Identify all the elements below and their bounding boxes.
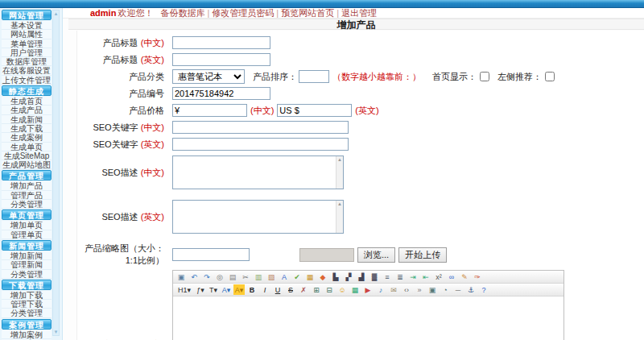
- sidebar-section-header[interactable]: 案例管理: [2, 319, 52, 330]
- sidebar-item[interactable]: 增加下载: [2, 291, 52, 300]
- anchor-icon[interactable]: ⚓: [465, 284, 477, 295]
- sound-icon[interactable]: ♪: [375, 284, 386, 295]
- remove-format-icon[interactable]: ✗: [298, 284, 309, 295]
- seo-desc-en-textarea[interactable]: [172, 200, 344, 234]
- sidebar-item[interactable]: 增加新闻: [2, 251, 52, 260]
- category-select[interactable]: 惠普笔记本: [172, 69, 245, 84]
- sidebar-item[interactable]: 网站属性: [2, 30, 52, 39]
- pencil-icon[interactable]: ✎: [459, 272, 470, 282]
- italic-icon[interactable]: I: [259, 284, 270, 295]
- price-cn-input[interactable]: [172, 104, 247, 117]
- textarea-scrollbar[interactable]: ▲: [336, 201, 343, 233]
- fontsize-select[interactable]: T▾: [208, 284, 219, 295]
- align-justify-icon[interactable]: ▓: [369, 272, 380, 282]
- image-small-icon[interactable]: ▦: [304, 272, 316, 282]
- sidebar-item[interactable]: 分类管理: [2, 270, 52, 279]
- sidebar-item[interactable]: 数据库管理: [2, 57, 52, 66]
- sidebar-item[interactable]: 生成首页: [2, 97, 52, 106]
- product-number-input[interactable]: [172, 87, 270, 100]
- sidebar-item[interactable]: 在线客服设置: [2, 66, 52, 75]
- undo-icon[interactable]: ↶: [188, 272, 200, 282]
- sidebar-item[interactable]: 增加案例: [2, 330, 52, 339]
- sidebar-scrollbar[interactable]: ▲ ▼: [52, 10, 60, 336]
- topbar-link[interactable]: 备份数据库: [160, 8, 204, 18]
- sidebar-item[interactable]: 生成产品: [2, 106, 52, 114]
- product-title-cn-input[interactable]: [172, 36, 270, 49]
- backcolor-icon[interactable]: A▾: [233, 284, 245, 295]
- home-show-checkbox[interactable]: [480, 72, 489, 81]
- sidebar-item[interactable]: 用户管理: [2, 48, 52, 57]
- date-icon[interactable]: ▣: [427, 284, 438, 295]
- ordered-list-icon[interactable]: ≡: [382, 272, 393, 282]
- topbar-link[interactable]: 退出管理: [341, 8, 377, 18]
- spellcheck-icon[interactable]: ✔: [291, 272, 303, 282]
- code-icon[interactable]: ‹›: [401, 284, 412, 295]
- align-center-icon[interactable]: ▞: [343, 272, 354, 282]
- thumbnail-path-input[interactable]: [172, 248, 250, 261]
- sort-input[interactable]: [299, 70, 329, 83]
- sidebar-item[interactable]: 增加单页: [2, 221, 52, 230]
- sidebar-item[interactable]: 分类管理: [2, 200, 52, 209]
- time-icon[interactable]: ◔: [440, 284, 451, 295]
- sidebar-item[interactable]: 管理单页: [2, 230, 52, 239]
- browse-button[interactable]: 浏览...: [357, 247, 395, 263]
- find-icon[interactable]: ◎: [214, 272, 225, 282]
- emoticon-icon[interactable]: ☺: [336, 284, 348, 295]
- scroll-up-icon[interactable]: ▲: [53, 10, 59, 17]
- movie-icon[interactable]: ▶: [362, 284, 374, 295]
- textarea-scrollbar[interactable]: ▲: [336, 156, 343, 189]
- copy-icon[interactable]: ▥: [253, 272, 264, 282]
- table-cell-icon[interactable]: ⊟: [324, 284, 335, 295]
- seo-desc-cn-textarea[interactable]: [172, 155, 344, 189]
- indent-icon[interactable]: ⇥: [407, 272, 419, 282]
- sidebar-item[interactable]: 菜单管理: [2, 39, 52, 48]
- left-recommend-checkbox[interactable]: [545, 72, 555, 81]
- sidebar-section-header[interactable]: 下载管理: [2, 280, 52, 290]
- superscript-icon[interactable]: x²: [433, 272, 444, 282]
- topbar-link[interactable]: 预览网站首页: [281, 8, 334, 18]
- sidebar-item[interactable]: 增加产品: [2, 181, 52, 190]
- link-icon[interactable]: ∞: [446, 272, 457, 282]
- source-icon[interactable]: ▣: [175, 272, 187, 282]
- product-title-en-input[interactable]: [172, 53, 270, 66]
- sidebar-item[interactable]: 基本设置: [2, 21, 52, 30]
- align-left-icon[interactable]: ▙: [330, 272, 341, 282]
- outdent-icon[interactable]: ⇤: [420, 272, 431, 282]
- image-icon[interactable]: ▦: [349, 284, 361, 295]
- attach-file-icon[interactable]: ✉: [388, 284, 399, 295]
- sidebar-section-header[interactable]: 单页管理: [2, 209, 52, 220]
- brush-icon[interactable]: ✑: [472, 272, 483, 282]
- quote-icon[interactable]: »: [414, 284, 425, 295]
- sidebar-item[interactable]: 生成网站地图: [2, 160, 52, 169]
- sidebar-item[interactable]: 生成下载: [2, 124, 52, 133]
- strikethrough-icon[interactable]: S: [285, 284, 296, 295]
- select-all-icon[interactable]: A: [279, 272, 290, 282]
- sidebar-section-header[interactable]: 静态生成: [2, 85, 52, 96]
- print-icon[interactable]: ▤: [227, 272, 238, 282]
- seo-keyword-en-input[interactable]: [172, 138, 349, 151]
- cut-icon[interactable]: ✂: [240, 272, 251, 282]
- sidebar-section-header[interactable]: 产品管理: [2, 170, 52, 180]
- sidebar-item[interactable]: 分类管理: [2, 309, 52, 317]
- unordered-list-icon[interactable]: ≣: [394, 272, 406, 282]
- sidebar-item[interactable]: 生成单页: [2, 143, 52, 151]
- sidebar-item[interactable]: 管理新闻: [2, 260, 52, 269]
- redo-icon[interactable]: ↷: [201, 272, 213, 282]
- scroll-down-icon[interactable]: ▼: [53, 329, 59, 335]
- bold-icon[interactable]: B: [246, 284, 258, 295]
- forecolor-icon[interactable]: A▾: [221, 284, 232, 295]
- sidebar-item[interactable]: 上传文件管理: [2, 76, 52, 85]
- align-right-icon[interactable]: ▟: [356, 272, 367, 282]
- seo-keyword-cn-input[interactable]: [172, 121, 349, 134]
- hr-icon[interactable]: ─: [452, 284, 464, 295]
- paste-icon[interactable]: ▧: [266, 272, 277, 282]
- sidebar-section-header[interactable]: 新闻管理: [2, 240, 52, 251]
- table-icon[interactable]: ⊞: [311, 284, 322, 295]
- topbar-link[interactable]: 修改管理员密码: [212, 8, 274, 18]
- editor-content-area[interactable]: [173, 296, 564, 340]
- start-upload-button[interactable]: 开始上传: [398, 247, 447, 263]
- flash-small-icon[interactable]: ◆: [317, 272, 328, 282]
- help-icon[interactable]: ?: [478, 284, 489, 295]
- font-select[interactable]: ƒ▾: [195, 284, 206, 295]
- sidebar-item[interactable]: 生成新闻: [2, 115, 52, 124]
